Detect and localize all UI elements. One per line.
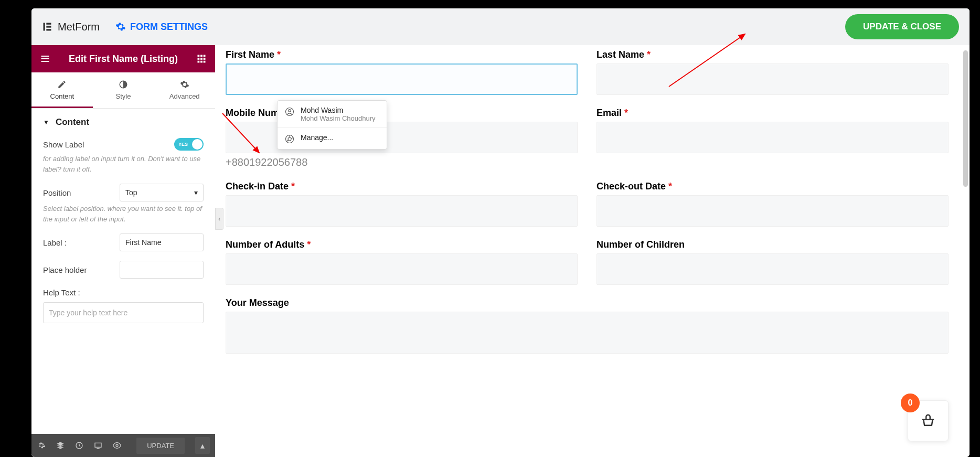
message-input[interactable] [226, 312, 949, 354]
svg-rect-9 [204, 58, 206, 60]
first-name-label: First Name [226, 49, 274, 60]
placeholder-input[interactable] [120, 261, 204, 279]
sidebar: Edit First Name (Listing) Content Style … [31, 45, 215, 457]
adults-label: Number of Adults [226, 239, 304, 250]
preview-icon[interactable] [112, 441, 122, 450]
email-label: Email [596, 108, 622, 118]
show-label-help: for adding label on input turn it on. Do… [43, 154, 204, 174]
field-first-name[interactable]: First Name * [226, 49, 578, 95]
label-input[interactable] [120, 233, 204, 251]
gear-icon [180, 80, 189, 89]
checkout-input[interactable] [596, 195, 949, 227]
svg-rect-0 [44, 23, 45, 31]
sidebar-collapse-handle[interactable]: ‹ [215, 208, 223, 230]
caret-down-icon: ▼ [43, 119, 49, 126]
children-label: Number of Children [596, 239, 685, 250]
autofill-suggestion[interactable]: Mohd Wasim Mohd Wasim Choudhury [278, 101, 387, 127]
svg-rect-8 [200, 58, 203, 60]
tab-style-label: Style [116, 92, 131, 100]
required-mark: * [668, 181, 672, 192]
history-icon[interactable] [74, 441, 84, 450]
first-name-input[interactable] [226, 63, 578, 95]
sidebar-panel: ▼ Content Show Label YES for adding labe… [31, 109, 215, 434]
toggle-text: YES [178, 142, 188, 147]
field-message[interactable]: Your Message [226, 297, 949, 354]
field-last-name[interactable]: Last Name * [596, 49, 949, 95]
form-settings-button[interactable]: FORM SETTINGS [115, 22, 208, 33]
checkin-input[interactable] [226, 195, 578, 227]
autofill-popup: Mohd Wasim Mohd Wasim Choudhury Manage..… [277, 100, 387, 150]
responsive-icon[interactable] [93, 441, 103, 450]
required-mark: * [647, 49, 651, 60]
modal-header: MetForm FORM SETTINGS UPDATE & CLOSE [31, 8, 970, 45]
field-checkout[interactable]: Check-out Date * [596, 181, 949, 227]
contrast-icon [119, 80, 128, 89]
brand-label: MetForm [58, 21, 100, 33]
chevron-down-icon: ▾ [194, 188, 198, 197]
field-email[interactable]: Email * [596, 108, 949, 168]
pencil-icon [57, 80, 67, 89]
autofill-name: Mohd Wasim [301, 106, 376, 114]
scrollbar[interactable] [963, 50, 968, 187]
update-button[interactable]: UPDATE [136, 438, 185, 454]
last-name-input[interactable] [596, 63, 949, 95]
required-mark: * [291, 181, 295, 192]
sidebar-tabs: Content Style Advanced [31, 72, 215, 109]
label-field-label: Label : [43, 238, 67, 247]
svg-rect-5 [200, 55, 203, 57]
update-close-button[interactable]: UPDATE & CLOSE [845, 14, 959, 39]
position-value: Top [125, 188, 137, 197]
field-children[interactable]: Number of Children [596, 239, 949, 285]
autofill-manage[interactable]: Manage... [278, 127, 387, 149]
children-input[interactable] [596, 253, 949, 285]
sidebar-header: Edit First Name (Listing) [31, 45, 215, 72]
tab-content[interactable]: Content [31, 72, 93, 108]
mobile-hint: +8801922056788 [226, 156, 578, 168]
svg-rect-4 [197, 55, 199, 57]
message-label: Your Message [226, 297, 289, 308]
tab-style[interactable]: Style [93, 72, 154, 108]
help-text-input[interactable] [43, 302, 204, 323]
last-name-label: Last Name [596, 49, 644, 60]
elementor-icon [42, 22, 52, 32]
position-label: Position [43, 188, 71, 197]
autofill-manage-label: Manage... [301, 133, 333, 142]
metform-brand: MetForm [42, 21, 100, 33]
svg-rect-2 [46, 26, 51, 27]
cart-badge: 0 [901, 394, 920, 412]
autofill-full: Mohd Wasim Choudhury [301, 114, 376, 122]
grid-icon[interactable] [196, 54, 207, 64]
person-icon [285, 107, 294, 116]
position-select[interactable]: Top ▾ [120, 184, 204, 201]
accordion-content[interactable]: ▼ Content [43, 117, 204, 127]
checkin-label: Check-in Date [226, 181, 289, 192]
chrome-icon [285, 134, 294, 144]
email-input[interactable] [596, 122, 949, 153]
field-checkin[interactable]: Check-in Date * [226, 181, 578, 227]
hamburger-icon[interactable] [40, 54, 50, 64]
accordion-label: Content [56, 117, 89, 127]
field-adults[interactable]: Number of Adults * [226, 239, 578, 285]
position-help: Select label position. where you want to… [43, 204, 204, 224]
header-left: MetForm FORM SETTINGS [42, 21, 208, 33]
adults-input[interactable] [226, 253, 578, 285]
svg-rect-11 [200, 61, 203, 63]
tab-advanced[interactable]: Advanced [154, 72, 215, 108]
checkout-label: Check-out Date [596, 181, 666, 192]
modal-body: Edit First Name (Listing) Content Style … [31, 45, 970, 457]
sidebar-bottom-bar: UPDATE ▴ [31, 434, 215, 457]
sidebar-title: Edit First Name (Listing) [69, 54, 178, 65]
svg-rect-12 [204, 61, 206, 63]
cart-fab[interactable]: 0 [908, 400, 949, 441]
show-label-toggle[interactable]: YES [174, 138, 204, 151]
tab-advanced-label: Advanced [169, 92, 200, 100]
svg-rect-1 [46, 23, 51, 25]
svg-rect-6 [204, 55, 206, 57]
canvas: ‹ First Name * Last Name * Mobile Number… [215, 45, 970, 457]
layers-icon[interactable] [56, 441, 65, 450]
settings-icon[interactable] [37, 441, 46, 450]
update-caret[interactable]: ▴ [195, 437, 210, 454]
svg-rect-3 [46, 29, 51, 30]
required-mark: * [277, 49, 281, 60]
svg-point-17 [289, 110, 291, 112]
